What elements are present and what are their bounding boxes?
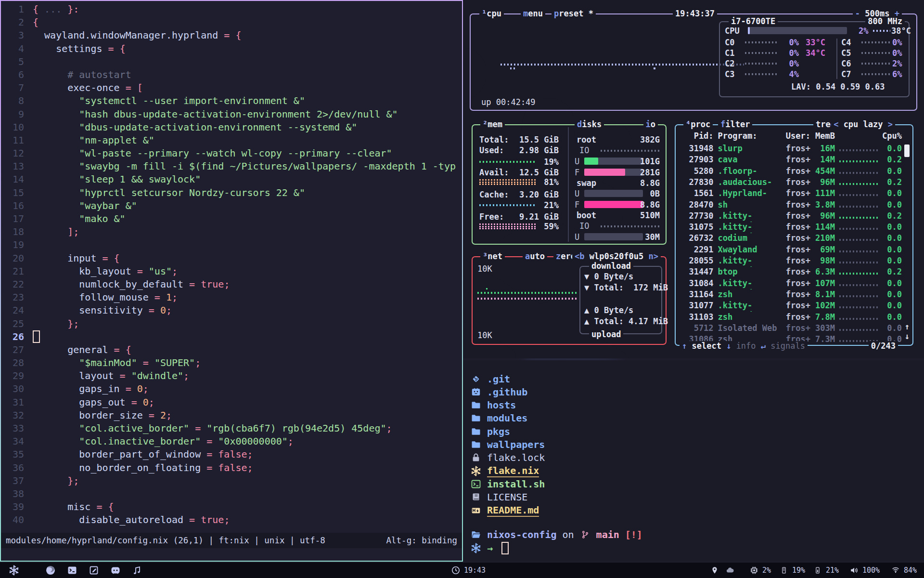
download-total: ▼ Total: 172 MiB (584, 283, 668, 292)
taskbar-app-terminal[interactable] (67, 563, 77, 578)
speaker-icon (849, 565, 860, 576)
taskbar-app-swirl[interactable] (45, 563, 56, 578)
line-content (24, 330, 462, 343)
proc-row[interactable]: 31948slurpfros+16M0.0 (680, 144, 902, 155)
proc-cpu: 0.2 (879, 177, 902, 188)
file-item: .github (471, 385, 527, 398)
text-segment: cpu (487, 9, 501, 18)
sort-selector[interactable]: < cpu lazy > (831, 119, 895, 129)
text-segment: = (137, 357, 154, 368)
preset-button[interactable]: preset * (552, 9, 596, 18)
line-number: 2 (1, 16, 24, 29)
proc-user: fros+ (786, 323, 812, 334)
taskbar-launcher[interactable] (9, 563, 19, 578)
text-segment: ; (166, 409, 172, 421)
disk-meter-value: 8.8G (640, 200, 660, 210)
proc-row[interactable]: 1561.Hyprland-wrapfros+111M0.0 (680, 188, 902, 199)
text-segment: ⁴ (686, 119, 691, 129)
editor-line: 36 no_border_on_floating = false; (1, 461, 462, 474)
taskbar-status-pin[interactable] (709, 563, 720, 578)
text-segment: cpu lazy (844, 119, 883, 129)
editor-window[interactable]: 1{ ... }:2{3 wayland.windowManager.hyprl… (0, 0, 463, 562)
taskbar-status-wifi[interactable]: 84% (890, 563, 917, 578)
desktop: 1{ ... }:2{3 wayland.windowManager.hyprl… (0, 0, 924, 578)
proc-pid: 31077 (680, 301, 714, 312)
graph-dots (479, 223, 536, 229)
proc-mem: 96M (812, 177, 835, 188)
taskbar-status-gauge[interactable]: 21% (812, 563, 839, 578)
mem-row-label: Cache: (479, 190, 509, 199)
taskbar-status-speaker[interactable]: 100% (849, 563, 880, 578)
proc-cpu: 0.2 (879, 267, 902, 278)
editor-line: 9 "hash dbus-update-activation-environme… (1, 108, 462, 121)
io-toggle[interactable]: io (643, 119, 658, 129)
proc-graph (839, 289, 879, 301)
proc-row[interactable]: 28055.kitty-wrappedfros+98M0.0 (680, 256, 902, 267)
disk-name: root (577, 135, 596, 144)
proc-row[interactable]: 31084.kitty-wrappedfros+107M0.0 (680, 278, 902, 289)
text-segment (33, 226, 67, 237)
menu-button[interactable]: menu (521, 9, 545, 18)
graph-dots (861, 63, 890, 65)
cpu-tab[interactable]: ¹cpu (479, 9, 504, 18)
filter-button[interactable]: filter (718, 119, 752, 129)
net-interface-selector[interactable]: <b wlp0s20f0u5 n> (572, 251, 661, 261)
proc-graph (839, 188, 879, 199)
proc-scrollbar-thumb[interactable] (904, 144, 910, 157)
line-number: 19 (1, 238, 24, 251)
taskbar-status-mem[interactable]: 19% (779, 563, 805, 578)
clock-icon (450, 565, 461, 576)
taskbar-status-cloud[interactable] (725, 563, 735, 578)
shell-input-line[interactable]: → (471, 541, 509, 554)
graph-dots (839, 160, 878, 162)
editor-text-area[interactable]: 1{ ... }:2{3 wayland.windowManager.hyprl… (1, 3, 462, 530)
taskbar-status-chip[interactable]: 2% (749, 563, 771, 578)
file-name: .github (487, 386, 527, 398)
file-name: .git (487, 373, 510, 385)
divider (836, 39, 837, 79)
text-segment: = (103, 43, 120, 54)
taskbar-app-music[interactable] (132, 563, 142, 578)
proc-user: fros+ (786, 177, 812, 188)
btop-window[interactable]: ¹cpumenupreset *19:43:37- 500ms +up 00:4… (463, 0, 924, 358)
proc-row[interactable]: 28470shfros+3.8M0.0 (680, 200, 902, 211)
terminal-window[interactable]: .git.githubhostsmodulespkgswallpapersfla… (463, 360, 924, 562)
proc-row[interactable]: 2291Xwaylandfros+69M0.0 (680, 245, 902, 256)
proc-cpu: 0.0 (879, 166, 902, 177)
line-content: "mako &" (24, 212, 462, 225)
line-content: sensitivity = 0; (24, 304, 462, 317)
proc-row[interactable]: 31077.kitty-wrappedfros+102M0.0 (680, 301, 902, 312)
mem-tab[interactable]: ²mem (480, 119, 505, 129)
line-number: 33 (1, 422, 24, 435)
proc-mem: 3.8M (812, 200, 835, 211)
proc-footer-controls[interactable]: ↑ select ↓ info ↵ signals (680, 341, 808, 351)
proc-row[interactable]: 27903cavafros+14M0.2 (680, 155, 902, 166)
proc-row[interactable]: 5712Isolated Web Cfros+303M0.0 (680, 323, 902, 334)
text-segment: "us" (149, 265, 172, 277)
net-auto-button[interactable]: auto (523, 251, 547, 261)
proc-graph (839, 166, 879, 177)
proc-row[interactable]: 5280.floorp-wrappefros+454M0.0 (680, 166, 902, 177)
text-segment: ; (143, 383, 149, 394)
line-content: ]; (24, 225, 462, 238)
text-segment: = (201, 448, 218, 460)
proc-row[interactable]: 31447btopfros+6.3M0.2 (680, 267, 902, 278)
proc-row[interactable]: 31103zshfros+7.8M0.0 (680, 312, 902, 323)
proc-row[interactable]: 31164zshfros+8.1M0.0 (680, 289, 902, 301)
taskbar-app-note[interactable] (89, 563, 99, 578)
proc-row[interactable]: 31075.kitty-wrappedfros+114M0.0 (680, 222, 902, 233)
proc-row[interactable]: 27830.audacious-wrafros+96M0.2 (680, 177, 902, 188)
text-segment: }; (67, 475, 79, 486)
line-content: "col.inactive_border" = "0x00000000"; (24, 435, 462, 448)
proc-row[interactable]: 26732codiumfros+210M0.0 (680, 233, 902, 244)
core-pct: 0% (782, 38, 799, 47)
editor-line: 23 follow_mouse = 1; (1, 291, 462, 304)
text-segment: general (33, 344, 108, 355)
text-segment: <b (575, 251, 590, 261)
net-tab[interactable]: ³net (480, 251, 505, 261)
taskbar-app-discord[interactable] (110, 563, 121, 578)
proc-row[interactable]: 27730.kitty-wrappedfros+96M0.2 (680, 211, 902, 222)
disks-tab[interactable]: disks (575, 119, 604, 129)
proc-tab[interactable]: ⁴proc (683, 119, 713, 129)
proc-mem: 6.3M (812, 267, 835, 278)
